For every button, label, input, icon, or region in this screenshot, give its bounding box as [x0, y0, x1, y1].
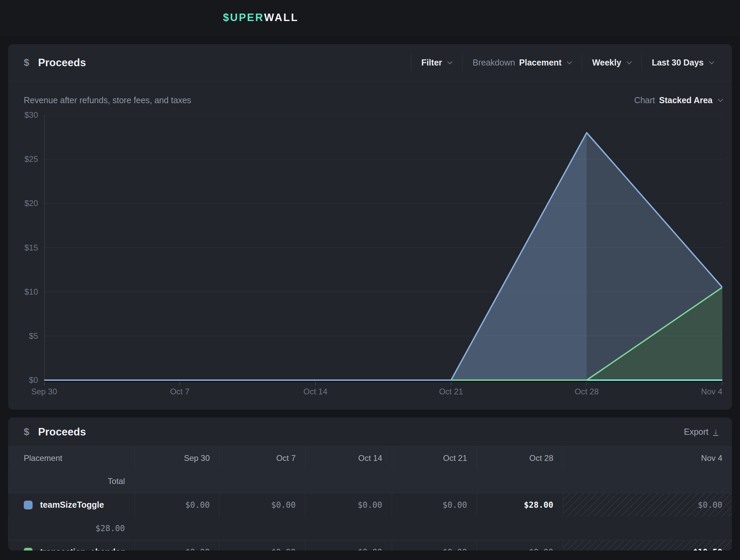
interval-value: Weekly [592, 58, 621, 68]
chart-subtitle: Revenue after refunds, store fees, and t… [24, 95, 191, 105]
chevron-down-icon [709, 59, 715, 64]
column-header-oct-21: Oct 21 [392, 447, 477, 470]
x-axis-label: Oct 21 [439, 387, 463, 397]
dollar-icon: $ [24, 426, 29, 437]
chart-card-title-group: $ Proceeds [24, 57, 86, 69]
proceeds-table: PlacementSep 30Oct 7Oct 14Oct 21Oct 28No… [8, 446, 732, 550]
table-header-row: PlacementSep 30Oct 7Oct 14Oct 21Oct 28No… [8, 446, 732, 493]
value-cell: $0.00 [219, 540, 305, 550]
column-header-placement: Placement [8, 447, 134, 470]
value-cell: $0.00 [477, 540, 563, 550]
placement-name: transaction_abandon [40, 547, 126, 550]
stacked-area-chart[interactable]: $0$5$10$15$20$25$30Sep 30Oct 7Oct 14Oct … [8, 115, 732, 404]
y-axis-label: $25 [8, 154, 38, 164]
x-axis-label: Sep 30 [31, 387, 57, 397]
superwall-logo[interactable]: $UPERWALL [223, 0, 299, 35]
chart-card-header: $ Proceeds Filter Breakdown Placement We… [8, 44, 732, 81]
placement-name-cell: teamSizeToggle [8, 493, 134, 517]
proceeds-chart-card: $ Proceeds Filter Breakdown Placement We… [8, 44, 732, 410]
interval-dropdown[interactable]: Weekly [581, 55, 641, 71]
table-card-title: Proceeds [38, 426, 86, 438]
value-cell: $0.00 [134, 493, 219, 517]
chart-card-title: Proceeds [38, 57, 86, 69]
y-axis-label: $10 [8, 287, 38, 297]
series-swatch [24, 501, 33, 509]
dollar-icon: $ [24, 57, 29, 68]
chart-sub-row: Revenue after refunds, store fees, and t… [8, 92, 732, 109]
value-cell: $0.00 [219, 493, 305, 517]
placement-name: teamSizeToggle [40, 500, 104, 510]
column-header-sep-30: Sep 30 [134, 447, 219, 470]
chart-svg [44, 115, 722, 387]
chevron-down-icon [447, 59, 453, 64]
date-range-value: Last 30 Days [652, 58, 704, 68]
chart-controls: Filter Breakdown Placement Weekly Last 3… [411, 44, 724, 81]
chevron-down-icon [567, 59, 572, 64]
filter-dropdown[interactable]: Filter [411, 55, 462, 71]
breakdown-value: Placement [519, 58, 561, 68]
table-row[interactable]: teamSizeToggle$0.00$0.00$0.00$0.00$28.00… [8, 493, 732, 540]
chart-type-label: Chart [634, 95, 655, 105]
download-icon: ↓ [713, 428, 718, 436]
breakdown-dropdown[interactable]: Breakdown Placement [462, 55, 581, 71]
table-card-header: $ Proceeds Export ↓ [8, 417, 732, 446]
breakdown-label: Breakdown [473, 58, 515, 68]
column-header-nov-4: Nov 4 [563, 447, 732, 470]
value-cell: $0.00 [392, 540, 477, 550]
export-button[interactable]: Export ↓ [684, 427, 718, 437]
column-header-total: Total [8, 470, 134, 493]
y-axis-label: $30 [8, 110, 38, 120]
x-axis-label: Oct 14 [303, 387, 328, 397]
y-axis-label: $15 [8, 243, 38, 253]
export-label: Export [684, 427, 708, 437]
table-row[interactable]: transaction_abandon$0.00$0.00$0.00$0.00$… [8, 540, 732, 550]
value-cell: $0.00 [392, 493, 477, 517]
value-cell: $10.50 [563, 540, 732, 550]
value-cell: $0.00 [563, 493, 732, 517]
logo-text-wall: WALL [264, 12, 299, 24]
y-axis-label: $5 [8, 331, 38, 341]
logo-text-super: $UPER [223, 12, 264, 24]
x-axis-label: Oct 7 [170, 387, 189, 397]
table-card-title-group: $ Proceeds [24, 426, 86, 438]
filter-label: Filter [421, 58, 442, 68]
chevron-down-icon [627, 59, 632, 64]
chevron-down-icon [718, 96, 723, 102]
y-axis-label: $0 [8, 375, 38, 385]
chart-type-value: Stacked Area [659, 95, 713, 105]
x-axis-label: Nov 4 [701, 387, 722, 397]
date-range-dropdown[interactable]: Last 30 Days [641, 55, 724, 71]
value-cell: $0.00 [305, 540, 392, 550]
y-axis-label: $20 [8, 198, 38, 208]
topbar: $UPERWALL [0, 0, 740, 35]
value-cell: $28.00 [477, 493, 563, 517]
value-cell: $0.00 [305, 493, 392, 517]
column-header-oct-28: Oct 28 [477, 447, 563, 470]
chart-type-dropdown[interactable]: Chart Stacked Area [624, 92, 724, 108]
x-axis-label: Oct 28 [575, 387, 599, 397]
page: $UPERWALL $ Proceeds Filter Breakdown Pl… [0, 0, 740, 560]
column-header-oct-14: Oct 14 [305, 447, 392, 470]
value-cell: $28.00 [8, 517, 134, 540]
placement-name-cell: transaction_abandon [8, 540, 134, 550]
value-cell: $0.00 [134, 540, 219, 550]
series-swatch [24, 548, 33, 551]
proceeds-table-card: $ Proceeds Export ↓ PlacementSep 30Oct 7… [8, 417, 732, 550]
column-header-oct-7: Oct 7 [219, 447, 305, 470]
